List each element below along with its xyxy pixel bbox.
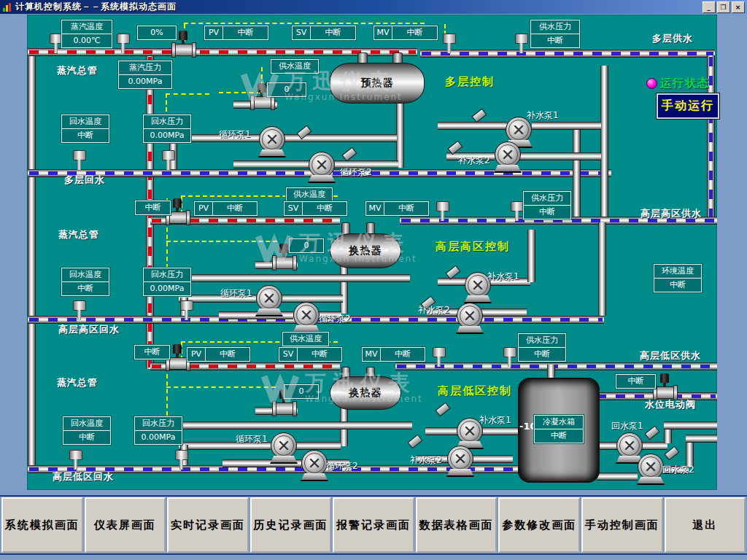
vessel1-outlet-pipe (396, 102, 404, 168)
pv-box-zone2: PV 中断 (194, 201, 258, 216)
pv-box-zone3: PV 中断 (187, 347, 250, 362)
level-valve-interrupt-box: 中断 (616, 374, 656, 389)
sv-tag: SV (293, 26, 311, 39)
mv-tag: MV (374, 26, 392, 39)
pump-label: 循环泵1 (236, 433, 268, 446)
sensor-icon (436, 201, 449, 211)
zone1-control-title: 多层控制 (445, 75, 495, 89)
mv-box-zone1: MV 中断 (374, 26, 438, 40)
mv-box-zone2: MV 中断 (365, 201, 429, 216)
pipe-segment (598, 222, 606, 316)
run-status-lamp (646, 78, 657, 89)
pump-label: 补水泵1 (479, 414, 511, 427)
sensor-icon (162, 150, 175, 160)
heat-exchanger-vessel-zone3: 换热器 (330, 376, 401, 410)
valve-value: 0 (290, 239, 323, 252)
minimize-button[interactable]: _ (703, 1, 716, 13)
pipe-segment (519, 152, 601, 160)
return-pressure-title: 回水压力 (144, 115, 190, 129)
pump-label: 补水泵2 (410, 454, 442, 467)
level-motor-valve[interactable] (655, 373, 674, 398)
pump-stand (637, 477, 665, 485)
steam-main-label: 蒸汽总管 (57, 64, 98, 77)
restore-button[interactable]: ❐ (717, 1, 730, 13)
menu-realtime-record[interactable]: 实时记录画面 (167, 497, 249, 553)
makeup-pump2-zone3 (447, 446, 473, 472)
valve-value-box-zone3: 0 (284, 384, 319, 399)
valve-body-icon (252, 96, 273, 109)
pv-value: 中断 (223, 26, 268, 39)
return-pump2 (638, 454, 664, 480)
zone2-supply-label: 高层高区供水 (640, 207, 702, 220)
env-temp-box: 环境温度 中断 (654, 264, 702, 292)
sv-tag: SV (279, 348, 298, 361)
close-button[interactable]: × (732, 1, 745, 13)
return-pressure-box-zone2: 回水压力 0.00MPa (143, 268, 191, 296)
sensor-icon (443, 34, 456, 44)
menu-system-sim[interactable]: 系统模拟画面 (1, 497, 83, 553)
run-status-label: 运行状态 (660, 77, 710, 90)
pump-stand (255, 308, 283, 316)
pump-stand (258, 149, 286, 158)
pump-label: 循环泵2 (340, 166, 372, 179)
menu-instrument-panel[interactable]: 仪表屏画面 (85, 497, 166, 553)
tank-name: 冷凝水箱 (535, 416, 583, 429)
run-mode-button[interactable]: 手动运行 (657, 93, 719, 119)
window-title: 计算机控制系统－－系统模拟动态画面 (15, 1, 701, 13)
return-temp-title: 回水温度 (62, 268, 109, 282)
menu-alarm-record[interactable]: 报警记录画面 (333, 497, 414, 553)
steam-temp-value: 0.00℃ (62, 34, 112, 47)
sv-value: 中断 (303, 202, 347, 215)
mv-box-zone3: MV 中断 (362, 347, 425, 362)
menu-data-table[interactable]: 数据表格画面 (416, 497, 498, 553)
menu-buttons: 系统模拟画面 仪表屏画面 实时记录画面 历史记录画面 报警记录画面 数据表格画面… (1, 497, 746, 553)
supply-temp-title: 供水温度 (283, 332, 328, 346)
return-temp-box-zone2: 回水温度 中断 (61, 268, 109, 296)
menu-manual-control[interactable]: 手动控制画面 (581, 497, 663, 553)
supply-pipe-zone1 (420, 50, 715, 58)
zone1-supply-label: 多层供水 (652, 32, 693, 45)
pump-label: 补水泵2 (418, 304, 450, 316)
sv-box-zone3: SV 中断 (279, 347, 342, 362)
steam-main-label: 蒸汽总管 (57, 376, 98, 389)
steam-control-valve-zone3[interactable] (168, 344, 187, 369)
valve-actuator-icon (258, 83, 266, 93)
supply-pipe-zone3 (395, 362, 717, 370)
zone1-return-label: 多层回水 (64, 174, 105, 187)
pump-label: 补水泵1 (487, 271, 519, 283)
valve-value: 0 (285, 385, 318, 398)
pump-label: 循环泵2 (319, 313, 351, 325)
valve-body-icon (274, 402, 295, 415)
pv-tag: PV (195, 202, 213, 215)
mv-value: 中断 (384, 202, 428, 215)
menu-exit[interactable]: 退出 (665, 497, 746, 553)
pv-value: 中断 (206, 348, 249, 361)
steam-temp-title: 蒸汽温度 (62, 20, 112, 34)
pipe-segment (438, 278, 467, 286)
menu-param-modify[interactable]: 参数修改画面 (498, 497, 580, 553)
valve-opening-box-zone1: 0% (137, 26, 177, 40)
return-pressure-box-zone3: 回水压力 0.00MPa (134, 416, 182, 445)
steam-temp-box: 蒸汽温度 0.00℃ (61, 20, 112, 48)
pipe-segment (425, 427, 457, 435)
valve-body-icon (274, 257, 295, 269)
steam-pressure-box: 蒸汽压力 0.00MPa (118, 61, 172, 89)
menu-history-record[interactable]: 历史记录画面 (250, 497, 332, 553)
mv-value: 中断 (381, 348, 425, 361)
supply-temp-title: 供水温度 (271, 60, 318, 73)
valve-actuator-icon (173, 344, 182, 354)
pipe-segment (573, 122, 581, 219)
vessel-label: 换热器 (349, 386, 382, 400)
sv-box-zone2: SV 中断 (284, 201, 347, 216)
interrupt-box-zone3: 中断 (134, 345, 170, 359)
return-pressure-value: 0.00MPa (144, 129, 190, 142)
pump-label: 补水泵1 (527, 109, 559, 122)
env-temp-value: 中断 (654, 279, 701, 292)
circulation-pump2-zone2 (293, 302, 320, 328)
mv-tag: MV (366, 202, 384, 215)
pump-stand (494, 165, 522, 173)
tank-inlet-pipe (547, 365, 555, 379)
preheater-vessel: 预热器 (330, 63, 425, 104)
pipe-segment (664, 421, 717, 429)
sv-tag: SV (285, 202, 303, 215)
